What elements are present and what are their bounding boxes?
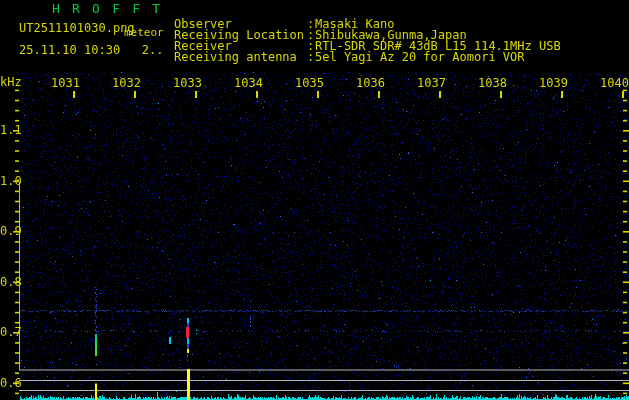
- separator: :: [307, 51, 314, 63]
- freq-axis-label: 1.1: [0, 124, 26, 136]
- time-axis-label: 1031: [51, 77, 79, 89]
- freq-axis-unit: kHz: [0, 76, 22, 88]
- time-axis-label: 1035: [295, 77, 323, 89]
- freq-axis-label: 0.9: [0, 225, 26, 237]
- time-axis-label: 1039: [539, 77, 567, 89]
- time-axis-label: 1037: [417, 77, 445, 89]
- freq-axis-label: 0.8: [0, 276, 26, 288]
- antenna-value: 5el Yagi Az 20 for Aomori VOR: [315, 51, 525, 63]
- time-axis-label: 1036: [356, 77, 384, 89]
- time-axis-label: 1038: [478, 77, 506, 89]
- time-axis-label: 1033: [173, 77, 201, 89]
- antenna-label: Receiving antenna: [174, 51, 297, 63]
- freq-axis-label: 0.6: [0, 377, 26, 389]
- freq-axis-label: 0.7: [0, 326, 26, 338]
- hrofft-window: H R O F F T UT2511101030.png meteor 25.1…: [0, 0, 629, 400]
- time-axis-label: 1034: [234, 77, 262, 89]
- info-row-antenna: Receiving antenna:5el Yagi Az 20 for Aom…: [0, 39, 629, 51]
- freq-axis-label: 1.0: [0, 175, 26, 187]
- time-axis-label: 1040: [600, 77, 628, 89]
- time-axis-label: 1032: [112, 77, 140, 89]
